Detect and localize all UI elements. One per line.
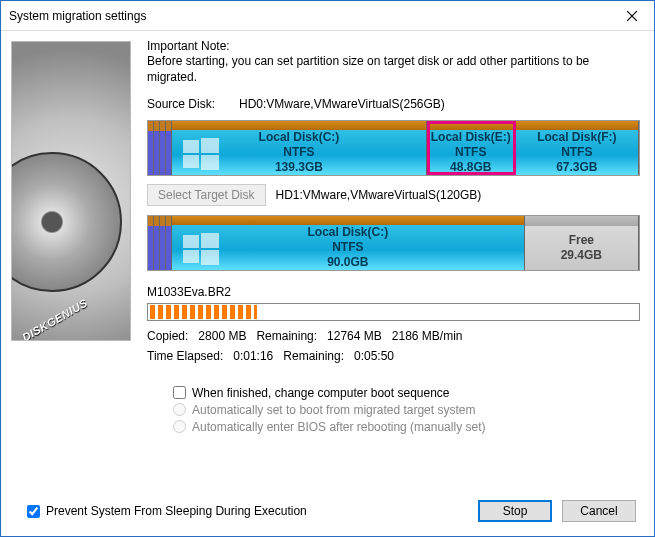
footer: Prevent System From Sleeping During Exec… <box>147 492 640 528</box>
radio-enter-bios-input <box>173 420 186 433</box>
progress-bar <box>147 303 640 321</box>
checkbox-prevent-sleep-input[interactable] <box>27 505 40 518</box>
partition-fs: NTFS <box>561 145 592 160</box>
radio-enter-bios: Automatically enter BIOS after rebooting… <box>173 420 640 434</box>
source-disk-label: Source Disk: <box>147 97 229 111</box>
partition-name: Free <box>569 233 594 248</box>
close-icon[interactable] <box>610 1 654 30</box>
partition-size: 139.3GB <box>275 160 323 175</box>
target-disk-value: HD1:VMware,VMwareVirtualS(120GB) <box>276 188 482 202</box>
current-file: M1033Eva.BR2 <box>147 285 640 299</box>
partition-name: Local Disk(C:) <box>308 225 389 240</box>
partition-fs: NTFS <box>283 145 314 160</box>
source-diskbar[interactable]: Local Disk(C:)NTFS139.3GBLocal Disk(E:)N… <box>147 120 640 176</box>
cancel-button[interactable]: Cancel <box>562 500 636 522</box>
radio-auto-boot: Automatically set to boot from migrated … <box>173 403 640 417</box>
window-title: System migration settings <box>9 9 610 23</box>
partition-size: 48.8GB <box>450 160 491 175</box>
titlebar: System migration settings <box>1 1 654 31</box>
partition-fs: NTFS <box>332 240 363 255</box>
partition[interactable]: Local Disk(C:)NTFS139.3GB <box>172 121 427 175</box>
partition[interactable]: Free29.4GB <box>525 216 639 270</box>
partition-size: 67.3GB <box>556 160 597 175</box>
progress-line2: Time Elapsed: 0:01:16 Remaining: 0:05:50 <box>147 348 640 365</box>
partition-size: 90.0GB <box>327 255 368 270</box>
progress-line1: Copied: 2800 MB Remaining: 12764 MB 2186… <box>147 328 640 345</box>
partition-fs: NTFS <box>455 145 486 160</box>
source-disk-value: HD0:VMware,VMwareVirtualS(256GB) <box>239 97 445 111</box>
checkbox-prevent-sleep[interactable]: Prevent System From Sleeping During Exec… <box>27 504 307 518</box>
main-panel: Important Note: Before starting, you can… <box>141 31 654 536</box>
note-title: Important Note: <box>147 39 640 53</box>
note-body: Before starting, you can set partition s… <box>147 54 640 85</box>
target-diskbar[interactable]: Local Disk(C:)NTFS90.0GBFree29.4GB <box>147 215 640 271</box>
select-target-button: Select Target Disk <box>147 184 266 206</box>
partition-name: Local Disk(F:) <box>537 130 616 145</box>
partition[interactable]: Local Disk(F:)NTFS67.3GB <box>516 121 639 175</box>
checkbox-boot-sequence-input[interactable] <box>173 386 186 399</box>
hdd-illustration: DISKGENIUS <box>11 41 131 341</box>
radio-auto-boot-input <box>173 403 186 416</box>
checkbox-boot-sequence[interactable]: When finished, change computer boot sequ… <box>173 386 640 400</box>
sidebar: DISKGENIUS <box>1 31 141 536</box>
partition[interactable]: Local Disk(E:)NTFS48.8GB <box>427 121 516 175</box>
partition-name: Local Disk(C:) <box>259 130 340 145</box>
partition-size: 29.4GB <box>561 248 602 263</box>
brand-text: DISKGENIUS <box>20 296 90 341</box>
stop-button[interactable]: Stop <box>478 500 552 522</box>
partition-name: Local Disk(E:) <box>431 130 511 145</box>
partition[interactable]: Local Disk(C:)NTFS90.0GB <box>172 216 525 270</box>
